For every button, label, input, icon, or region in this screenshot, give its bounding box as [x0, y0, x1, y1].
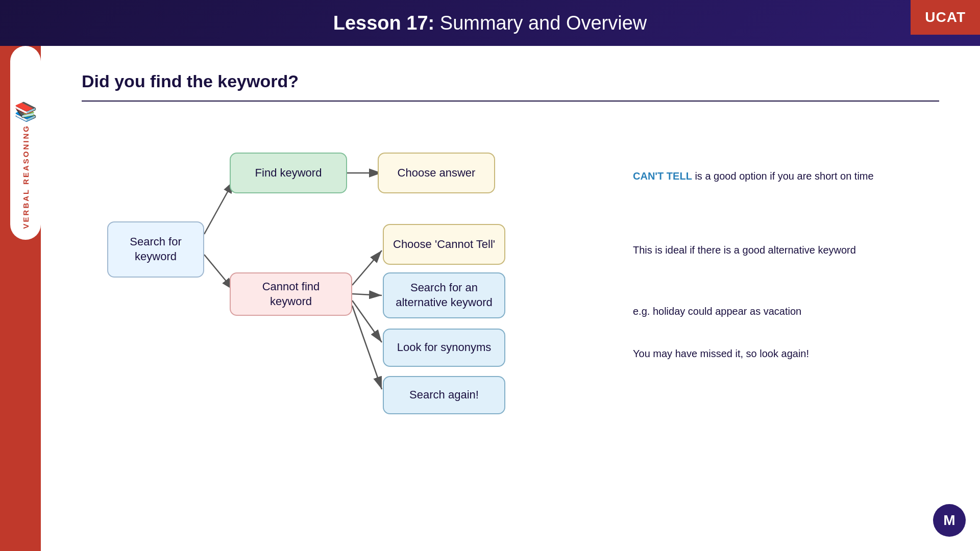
sidebar-tab: 📚 VERBAL REASONING [10, 46, 41, 240]
node-search-keyword: Search for keyword [107, 221, 204, 278]
divider [82, 101, 939, 102]
svg-line-7 [352, 306, 382, 389]
sidebar-label: VERBAL REASONING [21, 124, 30, 229]
node-cannot-find: Cannot find keyword [230, 272, 352, 316]
svg-line-4 [352, 251, 382, 285]
node-look-synonyms: Look for synonyms [383, 329, 505, 367]
header: Lesson 17: Summary and Overview UCAT [0, 0, 980, 46]
header-title: Lesson 17: Summary and Overview [333, 12, 647, 34]
lesson-number: Lesson 17: [333, 12, 435, 34]
flowchart: Search for keyword Find keyword Choose a… [92, 122, 653, 418]
cant-tell-highlight: CAN'T TELL [633, 170, 692, 182]
annotation-4: You may have missed it, so look again! [633, 346, 809, 361]
node-choose-cannot-tell: Choose 'Cannot Tell' [383, 224, 505, 265]
avatar: M [933, 504, 966, 537]
page-heading: Did you find the keyword? [82, 71, 939, 91]
node-search-again: Search again! [383, 376, 505, 414]
node-search-alternative: Search for an alternative keyword [383, 272, 505, 318]
lesson-title: Summary and Overview [434, 12, 647, 34]
node-find-keyword: Find keyword [230, 153, 347, 193]
main-content: Did you find the keyword? [41, 46, 980, 551]
svg-line-6 [352, 300, 382, 342]
annotation-3: e.g. holiday could appear as vacation [633, 304, 801, 319]
books-icon: 📚 [14, 101, 37, 122]
annotation-1-text: is a good option if you are short on tim… [692, 170, 874, 182]
annotation-2: This is ideal if there is a good alterna… [633, 242, 856, 258]
annotation-1: CAN'T TELL is a good option if you are s… [633, 168, 874, 184]
ucat-badge: UCAT [911, 0, 980, 35]
node-choose-answer: Choose answer [378, 153, 495, 193]
svg-line-1 [204, 181, 234, 234]
svg-line-5 [352, 294, 382, 295]
